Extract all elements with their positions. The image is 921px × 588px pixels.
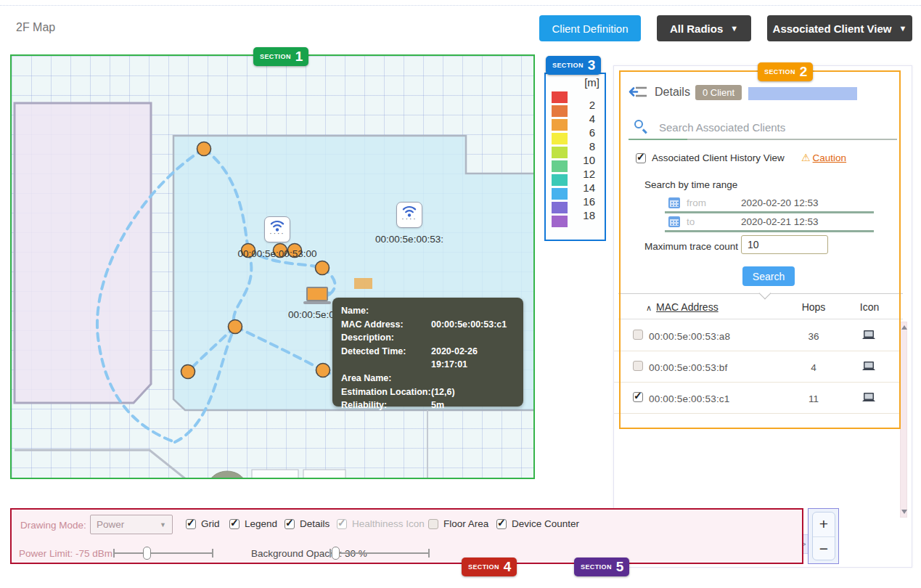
from-value[interactable]: 2020-02-20 12:53 (741, 197, 819, 208)
power-limit-slider[interactable] (113, 546, 213, 560)
client-table-row[interactable]: 00:00:5e:00:53:a836 (614, 320, 901, 351)
legend-swatch (552, 105, 568, 117)
column-header-mac-address[interactable]: ∧MAC Address (646, 301, 719, 313)
power-limit-slider-thumb[interactable] (143, 547, 151, 560)
page-title: 2F Map (16, 21, 55, 34)
toolbar-checkbox-grid[interactable]: Grid (186, 518, 220, 529)
tooltip-row: Description: (341, 331, 515, 345)
chevron-down-icon: ▼ (730, 24, 738, 33)
client-row-checkbox[interactable] (633, 392, 643, 402)
trace-point[interactable] (197, 142, 211, 156)
max-trace-input[interactable]: 10 (741, 235, 828, 254)
legend-boundary-label: 6 (575, 126, 595, 139)
legend-swatch (552, 216, 568, 227)
from-label: from (687, 197, 706, 208)
trace-point[interactable] (316, 261, 329, 275)
legend-swatch (552, 188, 568, 200)
search-button[interactable]: Search (742, 266, 795, 286)
toolbar-checkbox-legend[interactable]: Legend (229, 518, 277, 529)
max-trace-label: Maximum trace count (644, 241, 738, 252)
tooltip-row: Name: (341, 304, 515, 318)
tooltip-row: Reliability:5m (341, 399, 515, 412)
furniture-ellipse (208, 471, 247, 479)
search-underline (629, 139, 897, 140)
to-underline (665, 230, 874, 232)
legend-swatch (552, 202, 568, 213)
scroll-up-icon[interactable] (901, 325, 907, 330)
access-point-icon[interactable]: ···· (396, 202, 422, 228)
back-arrow-icon[interactable] (629, 86, 647, 99)
checkbox[interactable] (285, 519, 295, 529)
warning-icon: ⚠ (801, 152, 811, 163)
access-point-icon[interactable]: ···· (264, 216, 290, 242)
client-hops: 11 (795, 393, 832, 404)
table-scrollbar[interactable] (900, 322, 907, 518)
search-associated-clients-input[interactable]: Search Associated Clients (659, 121, 785, 134)
floor-map[interactable]: ····00:00:5e:00:53:00····00:00:5e:00:53:… (10, 54, 535, 479)
checkbox[interactable] (186, 519, 196, 529)
legend-boundary-label: 18 (575, 209, 595, 221)
power-limit-label: Power Limit: -75 dBm (19, 548, 112, 559)
map-zoom-controls: + − (808, 508, 839, 564)
associated-client-view-dropdown[interactable]: Associated Client View ▼ (767, 15, 912, 41)
checkbox[interactable] (496, 519, 507, 529)
checkbox[interactable] (229, 519, 240, 529)
toolbar-checkbox-healthiness-icon: Healthiness Icon (337, 518, 425, 529)
legend-swatch (552, 160, 568, 172)
checkbox[interactable] (428, 519, 438, 529)
ap-ports: ···· (269, 232, 285, 236)
client-laptop-icon[interactable] (305, 287, 329, 306)
client-row-checkbox[interactable] (633, 330, 643, 340)
client-definition-button[interactable]: Client Definition (539, 15, 641, 41)
column-header-icon: Icon (854, 301, 885, 313)
room-left (15, 103, 151, 403)
table-header-divider (618, 319, 903, 319)
column-header-hops: Hops (795, 301, 832, 313)
client-table-row[interactable]: 00:00:5e:00:53:c111 (614, 383, 901, 414)
floor-area-marker (354, 278, 372, 289)
background-opacity-slider[interactable] (329, 546, 430, 560)
calendar-icon[interactable] (668, 197, 680, 208)
furniture-desk (303, 470, 345, 479)
chevron-down-icon: ▼ (899, 24, 907, 33)
toolbar-checkbox-device-counter[interactable]: Device Counter (496, 518, 579, 529)
drawing-mode-select[interactable]: Power ▼ (90, 515, 173, 534)
trace-point[interactable] (316, 364, 330, 377)
drawing-mode-label: Drawing Mode: (20, 520, 86, 531)
client-mac-address: 00:00:5e:00:53:a8 (649, 331, 730, 342)
trace-point[interactable] (229, 320, 242, 334)
time-range-label: Search by time range (644, 179, 737, 190)
section-badge-4: SECTION4 (462, 558, 517, 576)
map-display-toolbar: Drawing Mode: Power ▼ GridLegendDetailsH… (10, 508, 803, 564)
selected-client-field[interactable] (748, 87, 857, 100)
client-table-row[interactable]: 00:00:5e:00:53:bf4 (614, 351, 901, 383)
scroll-down-icon[interactable] (901, 510, 907, 514)
to-value[interactable]: 2020-02-21 12:53 (741, 216, 819, 227)
caution-link[interactable]: ⚠ Caution (801, 152, 846, 163)
toolbar-checkbox-floor-area[interactable]: Floor Area (428, 518, 488, 529)
zoom-in-button[interactable]: + (813, 513, 835, 536)
legend-swatch (552, 119, 568, 131)
legend-swatch (552, 147, 568, 158)
legend-boundary-label: 12 (575, 168, 595, 180)
history-view-checkbox[interactable] (636, 153, 646, 163)
trace-point[interactable] (181, 365, 195, 379)
all-radios-dropdown[interactable]: All Radios ▼ (657, 15, 751, 41)
top-divider (0, 5, 921, 6)
tooltip-row: MAC Address:00:00:5e:00:53:c1 (341, 318, 515, 332)
access-point-label: 00:00:5e:00:53:00 (219, 248, 335, 259)
wall (15, 450, 186, 479)
legend-boundary-label: 10 (575, 154, 595, 166)
calendar-icon[interactable] (668, 216, 680, 227)
toolbar-checkbox-details[interactable]: Details (285, 518, 329, 529)
legend-boundary-label: 4 (575, 113, 595, 125)
zoom-out-button[interactable]: − (813, 536, 835, 560)
background-opacity-slider-thumb[interactable] (332, 547, 340, 560)
legend-boundary-label: 14 (575, 181, 595, 194)
client-mac-address: 00:00:5e:00:53:bf (649, 362, 728, 373)
associated-client-panel: Details 0 Client Search Associated Clien… (613, 65, 912, 568)
section-badge-3: SECTION3 (546, 56, 601, 75)
client-row-checkbox[interactable] (633, 361, 643, 371)
details-title: Details (655, 86, 690, 99)
to-label: to (687, 216, 695, 227)
